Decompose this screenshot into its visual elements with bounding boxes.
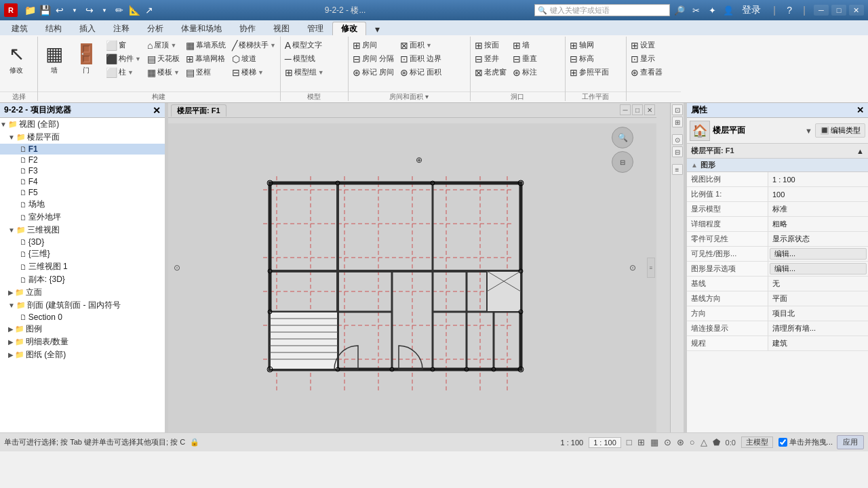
tab-jie-gou[interactable]: 结构: [37, 22, 71, 35]
face-opening-button[interactable]: ⊞ 按面: [472, 39, 509, 52]
curtain-system-button[interactable]: ▦ 幕墙系统: [183, 39, 229, 52]
tree-item-3dview1[interactable]: 🗋 三维视图 1: [0, 260, 165, 273]
show-workplane-button[interactable]: ⊡ 显示: [628, 52, 665, 65]
tree-item-f2[interactable]: 🗋 F2: [0, 155, 165, 165]
window-button[interactable]: ⬜ 窗: [103, 39, 144, 52]
nav-tool-button[interactable]: ≡: [672, 164, 683, 175]
tree-item-f1[interactable]: 🗋 F1: [0, 144, 165, 155]
props-val-btn-5[interactable]: 编辑...: [770, 248, 867, 260]
floor-button[interactable]: ▦ 楼板 ▼: [144, 66, 182, 79]
apply-button[interactable]: 应用: [837, 435, 864, 449]
status-icon-4[interactable]: ⊙: [664, 437, 671, 447]
status-icon-1[interactable]: □: [627, 437, 632, 447]
props-val-btn-6[interactable]: 编辑...: [770, 263, 867, 274]
wall-button[interactable]: ▦ 墙: [39, 39, 69, 79]
set-workplane-button[interactable]: ⊞ 设置: [628, 39, 665, 52]
instance-expand[interactable]: ▲: [856, 147, 864, 155]
model-group-button[interactable]: ⊞ 模型组 ▼: [282, 66, 327, 79]
drag-checkbox-label[interactable]: 单击并拖曳...: [778, 437, 833, 447]
canvas-close-btn[interactable]: ✕: [644, 104, 655, 115]
type-dropdown[interactable]: ▼: [805, 127, 812, 135]
shaft-button[interactable]: ⊟ 竖井: [472, 52, 509, 65]
tab-fen-xi[interactable]: 分析: [138, 22, 172, 35]
search-box[interactable]: 🔍 键入关键字或短语: [534, 4, 670, 16]
zoom-fit-button[interactable]: ⊡: [672, 104, 683, 115]
tree-item-views[interactable]: ▼ 📁 视图 (全部): [0, 118, 165, 131]
curtain-grid-button[interactable]: ⊞ 幕墙网格: [183, 52, 229, 65]
tree-item-sheets[interactable]: ▶ 📁 图纸 (全部): [0, 348, 165, 361]
tree-expand-section0[interactable]: [16, 314, 18, 321]
room-button[interactable]: ⊞ 房间: [350, 39, 397, 52]
tree-item-f4[interactable]: 🗋 F4: [0, 176, 165, 187]
browser-close-btn[interactable]: ✕: [153, 105, 161, 116]
canvas-expand-handle[interactable]: ≡: [647, 258, 655, 278]
tab-ti-liang[interactable]: 体量和场地: [172, 22, 231, 35]
status-icon-2[interactable]: ⊞: [637, 437, 645, 447]
tree-item-f3[interactable]: 🗋 F3: [0, 165, 165, 176]
roof-button[interactable]: ⌂ 屋顶 ▼: [144, 39, 182, 52]
zoom-tool-button[interactable]: ⊞: [672, 117, 683, 127]
tree-item-3d[interactable]: 🗋 {3D}: [0, 237, 165, 247]
mullion-button[interactable]: ▤ 竖框: [183, 66, 229, 79]
drag-checkbox[interactable]: [778, 438, 787, 447]
properties-close-btn[interactable]: ✕: [856, 105, 864, 115]
edit-type-button[interactable]: 🔳 编辑类型: [815, 123, 865, 138]
tab-more[interactable]: ▾: [366, 22, 389, 35]
tab-cha-ru[interactable]: 插入: [71, 22, 104, 35]
tree-expand-copy3d[interactable]: [16, 276, 18, 283]
tree-item-3d2[interactable]: 🗋 {三维}: [0, 247, 165, 260]
canvas-max-btn[interactable]: □: [632, 104, 643, 115]
search-extra3[interactable]: ✦: [705, 4, 719, 16]
ceiling-button[interactable]: ▤ 天花板: [144, 52, 182, 65]
zoom-in-button[interactable]: 🔍: [612, 127, 633, 148]
label-button[interactable]: ⊛ 标注: [510, 66, 540, 79]
model-text-button[interactable]: A 模型文字: [282, 39, 327, 52]
tag-area-button[interactable]: ⊛ 标记 面积: [397, 66, 444, 79]
canvas-tab-f1[interactable]: 楼层平面: F1: [171, 104, 226, 117]
viewer-button[interactable]: ⊛ 查看器: [628, 66, 665, 79]
tree-expand-f4[interactable]: [16, 178, 18, 186]
area-button[interactable]: ⊠ 面积 ▼: [397, 39, 444, 52]
tree-expand-site[interactable]: [16, 201, 18, 208]
tree-item-schedule[interactable]: ▶ 📁 明细表/数量: [0, 336, 165, 348]
stair-button[interactable]: ⊟ 楼梯 ▼: [229, 66, 279, 79]
help-button[interactable]: ?: [784, 4, 795, 16]
grid-button[interactable]: ⊞ 轴网: [567, 39, 612, 52]
draw-button[interactable]: 📐: [127, 4, 141, 16]
undo-button[interactable]: ↩: [53, 4, 66, 16]
tree-expand-schedule[interactable]: ▶: [8, 338, 14, 346]
room-sep-button[interactable]: ⊟ 房间 分隔: [350, 52, 397, 65]
tree-expand-3d[interactable]: [16, 239, 18, 246]
search-extra2[interactable]: ✂: [689, 4, 703, 16]
wall-opening-button[interactable]: ⊞ 墙: [510, 39, 540, 52]
open-button[interactable]: 📁: [23, 4, 37, 16]
tag-room-button[interactable]: ⊛ 标记 房间: [350, 66, 397, 79]
redo-dropdown[interactable]: ▼: [98, 4, 111, 16]
tree-expand-outdoor[interactable]: [16, 214, 18, 221]
dormer-button[interactable]: ⊠ 老虎窗: [472, 66, 509, 79]
tree-expand-f2[interactable]: [16, 157, 18, 164]
ramp-button[interactable]: ⬡ 坡道: [229, 52, 279, 65]
component-button[interactable]: ⬛ 构件 ▼: [103, 52, 144, 65]
navigation-wheel[interactable]: 🔍 ⊟: [609, 127, 636, 181]
tree-expand-views[interactable]: ▼: [0, 121, 7, 128]
app-icon[interactable]: R: [4, 3, 18, 17]
tab-guan-li[interactable]: 管理: [298, 22, 332, 35]
column-button[interactable]: ⬜ 柱 ▼: [103, 66, 144, 79]
vertical-button[interactable]: ⊟ 垂直: [510, 52, 540, 65]
tree-item-3dviews[interactable]: ▼ 📁 三维视图: [0, 224, 165, 237]
measure-button[interactable]: ✏: [113, 4, 126, 16]
ref-plane-button[interactable]: ⊞ 参照平面: [567, 66, 612, 79]
pan-tool-button[interactable]: ⊙: [672, 134, 683, 145]
railing-button[interactable]: ╱ 楼梯扶手 ▼: [229, 39, 279, 52]
tree-expand-section[interactable]: ▼: [8, 302, 15, 309]
canvas-min-btn[interactable]: ─: [620, 104, 631, 115]
tree-expand-f5[interactable]: [16, 189, 18, 197]
maximize-button[interactable]: □: [831, 5, 846, 16]
tab-xie-zuo[interactable]: 协作: [231, 22, 264, 35]
tree-expand-3dview1[interactable]: [16, 263, 18, 270]
props-section-graphics[interactable]: ▲ 图形: [687, 159, 868, 172]
area-boundary-button[interactable]: ⊡ 面积 边界: [397, 52, 444, 65]
tree-expand-3d2[interactable]: [16, 250, 18, 258]
status-icon-3[interactable]: ▦: [650, 437, 658, 447]
